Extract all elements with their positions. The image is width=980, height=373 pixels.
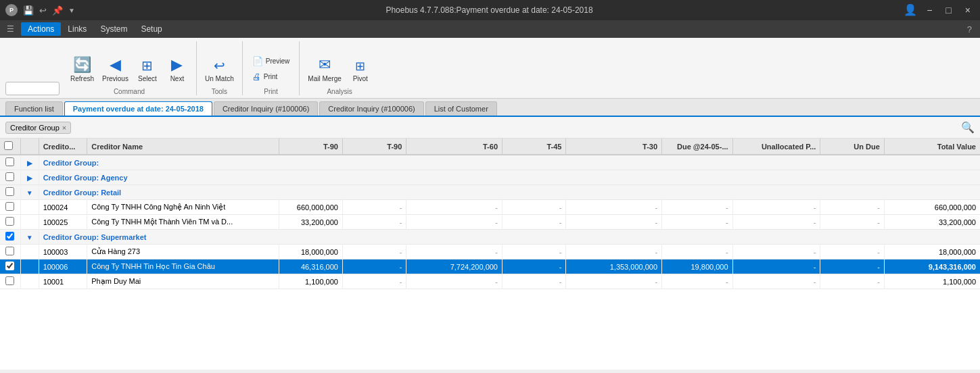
cell-total: 1,100,000 [884, 274, 980, 289]
cell-t30: - [566, 274, 662, 289]
cell-creditor-no: 10001 [39, 274, 87, 289]
cell-total: 33,200,000 [884, 215, 980, 230]
ribbon-print-group: 📄 Preview 🖨 Print Print [243, 41, 300, 95]
mail-merge-icon: ✉ [319, 56, 331, 74]
quick-access-1[interactable]: 💾 [23, 5, 34, 16]
print-button[interactable]: 🖨 Print [248, 70, 294, 84]
cell-creditor-name: Cửa Hàng 273 [87, 245, 279, 259]
cell-creditor-name: Công Ty TNHH Tin Học Tin Gia Châu [87, 259, 279, 274]
select-button[interactable]: ⊞ Select [134, 56, 161, 84]
table-row: 100003 Cửa Hàng 273 18,000,000 - - - - -… [0, 245, 980, 259]
cell-total: 9,143,316,000 [884, 259, 980, 274]
tab-creditor-inquiry-1[interactable]: Creditor Inquiry (#100006) [214, 101, 318, 116]
col-header-t45: T-45 [503, 139, 566, 155]
cell-unalloc: - [732, 259, 820, 274]
main-content: Creditor Group × 🔍 Credito... Creditor N… [0, 117, 980, 370]
pivot-button[interactable]: ⊞ Pivot [347, 57, 374, 84]
menu-setup[interactable]: Setup [134, 22, 168, 36]
cell-t60: 7,724,200,000 [406, 259, 503, 274]
select-all-checkbox[interactable] [4, 141, 13, 150]
tab-function-list[interactable]: Function list [5, 101, 63, 116]
ribbon-search-input[interactable] [5, 82, 60, 95]
analysis-group-label: Analysis [305, 86, 373, 95]
col-header-creditor-name: Creditor Name [87, 139, 279, 155]
pivot-icon: ⊞ [355, 59, 365, 74]
cell-unalloc: - [732, 274, 820, 289]
table-search-icon[interactable]: 🔍 [961, 121, 975, 134]
cell-creditor-no: 100003 [39, 245, 87, 259]
next-icon: ▶ [171, 56, 183, 74]
row-checkbox-100025[interactable] [5, 217, 14, 226]
unmatch-icon: ↩ [214, 57, 225, 74]
col-header-creditor-no: Credito... [39, 139, 87, 155]
table-row: 100024 Công Ty TNHH Công Nghệ An Ninh Vi… [0, 200, 980, 215]
quick-access-dropdown[interactable]: ▼ [68, 7, 75, 14]
col-header-checkbox [0, 139, 20, 155]
tab-creditor-inquiry-2[interactable]: Creditor Inquiry (#100006) [319, 101, 423, 116]
menu-links[interactable]: Links [61, 22, 93, 36]
row-checkbox-10001[interactable] [5, 276, 14, 285]
menu-toggle-icon[interactable]: ☰ [3, 22, 18, 36]
tab-payment-overdue[interactable]: Payment overdue at date: 24-05-2018 [64, 101, 212, 116]
cell-creditor-no: 100006 [39, 259, 87, 274]
cell-undue: - [820, 215, 884, 230]
quick-access-2[interactable]: ↩ [39, 5, 47, 16]
filter-bar: Creditor Group × 🔍 [0, 117, 980, 139]
quick-access-3[interactable]: 📌 [52, 5, 63, 16]
previous-icon: ◀ [110, 56, 121, 74]
mail-merge-button[interactable]: ✉ Mail Merge [305, 55, 344, 84]
menu-system[interactable]: System [93, 22, 134, 36]
cell-unalloc: - [732, 215, 820, 230]
group-checkbox-supermarket[interactable] [5, 232, 14, 241]
cell-t90a: 33,200,000 [279, 215, 342, 230]
expand-icon-supermarket[interactable]: ▼ [26, 234, 33, 241]
row-checkbox-100024[interactable] [5, 202, 14, 211]
maximize-button[interactable]: □ [941, 3, 955, 17]
filter-remove-button[interactable]: × [62, 124, 66, 132]
select-icon: ⊞ [141, 57, 153, 74]
unmatch-button[interactable]: ↩ Un Match [202, 56, 237, 84]
table-row-selected[interactable]: 100006 Công Ty TNHH Tin Học Tin Gia Châu… [0, 259, 980, 274]
next-button[interactable]: ▶ Next [164, 55, 191, 84]
cell-t90a: 18,000,000 [279, 245, 342, 259]
close-button[interactable]: × [961, 3, 975, 17]
tab-list-of-customer[interactable]: List of Customer [425, 101, 497, 116]
cell-total: 660,000,000 [884, 200, 980, 215]
cell-undue: - [820, 245, 884, 259]
filter-tag: Creditor Group × [5, 122, 71, 134]
cell-t45: - [503, 259, 566, 274]
tools-group-label: Tools [202, 86, 237, 95]
previous-button[interactable]: ◀ Previous [99, 55, 131, 84]
refresh-button[interactable]: 🔄 Refresh [68, 55, 97, 84]
group-row-supermarket: ▼ Creditor Group: Supermarket [0, 230, 980, 245]
cell-t90b: - [342, 274, 406, 289]
menu-actions[interactable]: Actions [21, 22, 61, 36]
group-checkbox-retail[interactable] [5, 187, 14, 196]
cell-total: 18,000,000 [884, 245, 980, 259]
row-checkbox-100003[interactable] [5, 247, 14, 255]
help-icon[interactable]: ? [962, 22, 977, 36]
expand-icon-empty[interactable]: ▶ [27, 159, 32, 167]
cell-t45: - [503, 245, 566, 259]
cell-t90a: 1,100,000 [279, 274, 342, 289]
row-checkbox-100006[interactable] [5, 262, 14, 270]
minimize-button[interactable]: − [923, 3, 936, 17]
group-label-empty: Creditor Group: [39, 155, 980, 170]
data-table: Credito... Creditor Name T-90 T-90 T-60 … [0, 139, 980, 289]
cell-creditor-no: 100025 [39, 215, 87, 230]
col-header-expand [20, 139, 39, 155]
cell-due: - [662, 200, 732, 215]
preview-button[interactable]: 📄 Preview [248, 54, 294, 68]
cell-t45: - [503, 274, 566, 289]
cell-t30: - [566, 245, 662, 259]
group-checkbox-empty[interactable] [5, 157, 14, 166]
group-label-supermarket: Creditor Group: Supermarket [39, 230, 980, 245]
table-row: 100025 Công Ty TNHH Một Thành Viên TM và… [0, 215, 980, 230]
filter-tag-label: Creditor Group [10, 124, 60, 132]
group-row-empty: ▶ Creditor Group: [0, 155, 980, 170]
ribbon-tools-group: ↩ Un Match Tools [197, 41, 243, 95]
expand-icon-agency[interactable]: ▶ [27, 174, 32, 182]
group-checkbox-agency[interactable] [5, 172, 14, 181]
expand-icon-retail[interactable]: ▼ [26, 189, 33, 197]
col-header-total: Total Value [884, 139, 980, 155]
